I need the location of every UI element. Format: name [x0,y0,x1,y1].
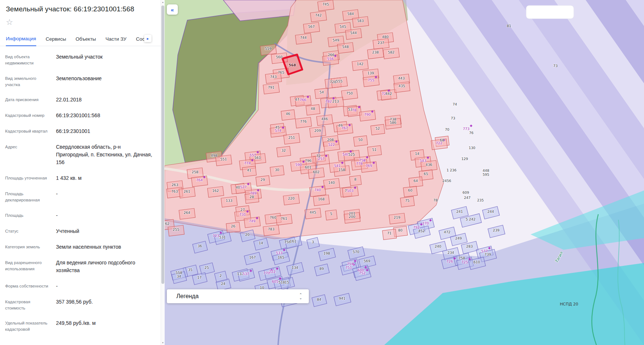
parcel-number-label: 740 [314,188,321,192]
parcel-number-label: 548 [342,45,349,49]
field-value: 22.01.2018 [56,96,82,104]
field-row: Кадастровый квартал66:19:2301001 [0,123,161,139]
field-row: СтатусУчтенный [0,223,161,239]
parcel-number-label: 443 [398,76,405,80]
parcel-number-label: 567 [308,25,315,29]
parcel-number-label: 165 [278,255,284,259]
parcel-number-label: 445 [310,210,316,214]
app-root: Земельный участок: 66:19:2301001:568 ☆ И… [0,0,644,345]
parcel-number-label: 14 [415,152,419,156]
parcel-number-label: 769 [366,164,372,168]
parcel-number-label: 219 [394,215,400,219]
field-value: - [56,282,58,290]
parcel-number-label: 549 [333,38,339,42]
parcel-number-label: 448 [483,168,489,172]
parcel-number-label: 47 [295,97,299,101]
parcel-number-label: 582 [388,50,394,54]
parcel-number-label: 3 [312,240,314,244]
parcel-number-label: 560 [276,55,282,59]
tab-0[interactable]: Информация [6,33,36,46]
parcel-number-label: 64 [413,179,418,183]
parcel-number-label: 796 [305,159,311,163]
parcel-number-label: 559 [265,47,272,51]
scroll-up-icon[interactable]: ▲ [161,1,165,3]
parcel-number-label: 744 [300,36,307,40]
tab-1[interactable]: Сервисы [46,33,66,46]
parcel-number-label: 518 [278,280,285,284]
tabs-scroll-right-button[interactable]: ▸ [144,35,151,42]
parcel-number-label: 32 [281,148,286,152]
parcel-number-label: 161 [290,239,296,243]
parcel-number-label: 28 [250,195,254,199]
parcel-number-label: 209 [314,129,321,133]
parcel-number-label: 773 [463,127,469,131]
parcel-number-label: 590 [295,163,302,167]
parcel-number-label: 774 [244,161,251,165]
parcel-number-label: 755 [368,78,374,82]
parcel-number-label: 584 [347,12,354,16]
parcel-number-label: 778 [356,162,363,166]
tab-2[interactable]: Объекты [76,33,96,46]
parcel-number-label: 54 [319,90,324,94]
parcel-number-label: 574 [275,129,281,133]
parcel-number-label: 723 [213,234,219,238]
parcel-number-label: 36 [198,244,202,248]
field-value: Земельный участок [56,53,102,67]
parcel-number-label: 71 [387,231,392,235]
parcel-number-label: 162 [212,189,219,193]
field-label: Удельный показатель кадастровой [5,319,51,333]
field-label: Дата присвоения [5,96,51,104]
parcel-number-label: 168 [318,197,325,201]
parcel-number-label: 238 [372,50,379,54]
parcel-number-label: 261 [184,189,190,193]
parcel-number-label: 239 [493,228,499,232]
parcel-number-label: 745 [322,2,329,6]
parcel-number-label: 436 [426,163,432,167]
parcel-number-label: 782 [325,99,332,103]
parcel-number-label: 731 [239,212,246,216]
parcel-number-label: 27 [240,208,245,212]
parcel-number-label: 743 [270,75,277,79]
field-label: Площадь декларированная [5,190,51,204]
parcel-number-label: 569 [364,259,370,263]
parcel-number-label: 237 [378,41,384,45]
parcel-number-label: 249 [455,236,462,240]
parcel-number-label: 245 [442,179,449,183]
parcel-number-label: 570 [353,250,359,254]
parcel-number-label: 765 [278,70,284,74]
parcel-number-label: 200 [349,215,355,219]
parcel-number-label: 142 [357,62,363,66]
scroll-down-icon[interactable]: ▼ [161,342,165,344]
parcel-number-label: 48 [311,107,315,111]
parcel-number-label: 222 [269,270,276,274]
favorite-star-icon[interactable]: ☆ [6,18,13,26]
parcel-number-label: 556 [327,57,334,61]
page-title: Земельный участок: 66:19:2301001:568 [0,0,161,15]
parcel-number-label: 30 [275,168,279,172]
legend-bar[interactable]: Легенда ⌃ ⌄ [167,289,309,303]
parcel-number-label: 89 [319,267,324,271]
tab-3[interactable]: Части ЗУ [105,33,126,46]
parcel-number-label: 5 [330,212,332,216]
field-row: Кадастровый номер66:19:2301001:568 [0,108,161,123]
field-row: Площадь- [0,208,161,223]
field-row: Площадь уточненная1 432 кв. м [0,170,161,186]
parcel-number-label: 522 [328,142,335,146]
parcel-number-label: 766 [300,98,306,102]
parcel-number-label: 764 [196,178,203,182]
field-label: Кадастровая стоимость [5,298,51,312]
parcel-number-label: 158 [338,168,345,172]
scrollbar-thumb[interactable] [161,5,164,284]
panel-collapse-button[interactable]: « [167,4,178,15]
parcel-number-label: 595 [483,172,489,177]
panel-scrollbar[interactable]: ▲ ▼ [161,0,165,345]
parcel-number-label: 555 [336,79,342,83]
legend-expand-button[interactable]: ⌃ ⌄ [298,293,304,300]
field-label: Адрес [5,143,51,166]
parcel-number-label: 234 [448,251,454,255]
parcel-number-label: 761 [281,216,287,220]
parcel-number-label: 20 [245,233,250,237]
parcel-number-label: 544 [350,31,357,35]
map-widget-box[interactable] [526,5,574,19]
nspd-watermark: НСПД 20 [560,302,578,307]
